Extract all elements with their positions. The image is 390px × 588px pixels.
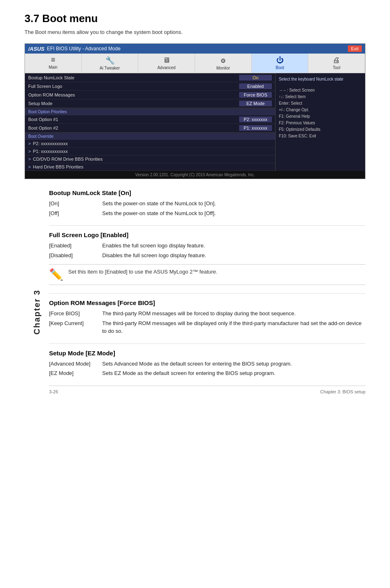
doc-fullscreen-disabled-key: [Disabled] xyxy=(49,251,102,260)
nav-main[interactable]: ≡ Main xyxy=(25,54,82,73)
shortcut-f1: F1: General Help xyxy=(279,113,362,120)
doc-fullscreen-disabled-val: Disables the full screen logo display fe… xyxy=(102,251,365,260)
page-footer: 3-26 Chapter 3: BIOS setup xyxy=(49,386,365,394)
doc-setupmode-ez-key: [EZ Mode] xyxy=(49,369,102,377)
divider-2 xyxy=(49,293,365,294)
nav-ai-tweaker-label: Ai Tweaker xyxy=(100,66,120,70)
shortcut-f2: F2: Previous Values xyxy=(279,120,362,126)
doc-numlock-off: [Off] Sets the power-on state of the Num… xyxy=(49,209,365,218)
doc-numlock-on-val: Sets the power-on state of the NumLock t… xyxy=(102,200,365,208)
divider-1 xyxy=(49,225,365,226)
doc-fullscreen-enabled: [Enabled] Enables the full screen logo d… xyxy=(49,242,365,250)
numlock-label: Bootup NumLock State xyxy=(28,75,239,80)
boot-icon: ⏻ xyxy=(276,56,284,65)
page-title: 3.7 Boot menu xyxy=(25,12,365,25)
doc-optionrom-title: Option ROM Messages [Force BIOS] xyxy=(49,299,365,306)
setting-optionrom[interactable]: Option ROM Messages Force BIOS xyxy=(25,91,275,99)
nav-ai-tweaker[interactable]: 🔧 Ai Tweaker xyxy=(82,54,139,73)
setting-setupmode[interactable]: Setup Mode EZ Mode xyxy=(25,99,275,108)
setting-numlock[interactable]: Bootup NumLock State On xyxy=(25,74,275,82)
page-subtitle: The Boot menu items allow you to change … xyxy=(25,29,365,35)
override-cddvd[interactable]: > CD/DVD ROM Drive BBS Priorities xyxy=(25,155,275,163)
override-harddrive[interactable]: > Hard Drive BBS Priorities xyxy=(25,163,275,171)
bios-titlebar: /ASUS EFI BIOS Utility - Advanced Mode E… xyxy=(25,44,365,54)
monitor-icon: ⚙ xyxy=(221,56,225,65)
doc-fullscreen-enabled-key: [Enabled] xyxy=(49,242,102,250)
doc-optionrom-force: [Force BIOS] The third-party ROM message… xyxy=(49,310,365,318)
bios-help-panel: Select the keyboard NumLock state →←: Se… xyxy=(275,73,365,171)
doc-setupmode-title: Setup Mode [EZ Mode] xyxy=(49,350,365,357)
doc-fullscreen-title: Full Screen Logo [Enabled] xyxy=(49,231,365,238)
override-harddrive-label: Hard Drive BBS Priorities xyxy=(33,164,83,169)
bios-nav: ≡ Main 🔧 Ai Tweaker 🖥 Advanced ⚙ Monitor… xyxy=(25,54,365,73)
nav-boot[interactable]: ⏻ Boot xyxy=(252,54,309,73)
shortcut-select-item: ↑↓: Select Item xyxy=(279,94,362,100)
bios-ui: /ASUS EFI BIOS Utility - Advanced Mode E… xyxy=(25,43,365,179)
nav-advanced-label: Advanced xyxy=(157,65,175,70)
chapter-label: Chapter 3 xyxy=(32,290,42,334)
shortcut-change-opt: +/-: Change Opt. xyxy=(279,107,362,113)
doc-numlock: Bootup NumLock State [On] [On] Sets the … xyxy=(49,189,365,217)
doc-numlock-on-key: [On] xyxy=(49,200,102,208)
tool-icon: 🖨 xyxy=(333,56,340,65)
shortcut-enter: Enter: Select xyxy=(279,100,362,107)
doc-setupmode-advanced-val: Sets Advanced Mode as the default screen… xyxy=(102,360,365,368)
override-p2-arrow: > xyxy=(28,141,31,146)
doc-numlock-off-val: Sets the power-on state of the NumLock t… xyxy=(102,209,365,218)
doc-optionrom: Option ROM Messages [Force BIOS] [Force … xyxy=(49,299,365,335)
override-p1[interactable]: > P1: xxxxxxxxxxxx xyxy=(25,148,275,155)
doc-setupmode-ez-val: Sets EZ Mode as the default screen for e… xyxy=(102,369,365,377)
override-p1-arrow: > xyxy=(28,149,31,154)
doc-numlock-title: Bootup NumLock State [On] xyxy=(49,189,365,196)
shortcut-f10: F10: Save ESC: Exit xyxy=(279,133,362,139)
setting-fullscreen[interactable]: Full Screen Logo Enabled xyxy=(25,82,275,91)
override-p2[interactable]: > P2: xxxxxxxxxxxx xyxy=(25,140,275,148)
boot-option-1-value: P2: xxxxxxx xyxy=(239,117,272,122)
doc-setupmode-ez: [EZ Mode] Sets EZ Mode as the default sc… xyxy=(49,369,365,377)
setupmode-value: EZ Mode xyxy=(239,101,272,106)
doc-numlock-off-key: [Off] xyxy=(49,209,102,218)
nav-monitor[interactable]: ⚙ Monitor xyxy=(195,54,252,73)
override-p1-label: P1: xxxxxxxxxxxx xyxy=(33,149,68,154)
doc-optionrom-keep-val: The third-party ROM messages will be dis… xyxy=(102,319,365,335)
bios-shortcuts: →←: Select Screen ↑↓: Select Item Enter:… xyxy=(279,87,362,139)
asus-logo: /ASUS xyxy=(28,46,45,52)
doc-fullscreen: Full Screen Logo [Enabled] [Enabled] Ena… xyxy=(49,231,365,285)
nav-boot-label: Boot xyxy=(276,65,284,70)
boot-override-header: Boot Override xyxy=(25,133,275,140)
shortcut-f5: F5: Optimized Defaults xyxy=(279,126,362,133)
nav-tool[interactable]: 🖨 Tool xyxy=(308,54,365,73)
shortcut-select-screen: →←: Select Screen xyxy=(279,87,362,94)
boot-option-1-label: Boot Option #1 xyxy=(28,117,239,122)
bios-exit-button[interactable]: Exit xyxy=(348,45,362,52)
doc-optionrom-force-key: [Force BIOS] xyxy=(49,310,102,318)
boot-option-2[interactable]: Boot Option #2 P1: xxxxxxx xyxy=(25,124,275,132)
doc-fullscreen-disabled: [Disabled] Disables the full screen logo… xyxy=(49,251,365,260)
override-harddrive-arrow: > xyxy=(28,164,31,169)
boot-option-1[interactable]: Boot Option #1 P2: xxxxxxx xyxy=(25,115,275,124)
bios-content: Bootup NumLock State On Full Screen Logo… xyxy=(25,73,365,171)
doc-setupmode: Setup Mode [EZ Mode] [Advanced Mode] Set… xyxy=(49,350,365,377)
override-cddvd-label: CD/DVD ROM Drive BBS Priorities xyxy=(33,157,103,162)
chapter-sidebar: Chapter 3 xyxy=(25,189,49,394)
nav-main-label: Main xyxy=(49,65,58,70)
ai-tweaker-icon: 🔧 xyxy=(105,56,114,65)
main-icon: ≡ xyxy=(51,56,55,64)
numlock-value: On xyxy=(239,75,272,81)
override-cddvd-arrow: > xyxy=(28,157,31,162)
doc-fullscreen-enabled-val: Enables the full screen logo display fea… xyxy=(102,242,365,250)
footer-right: Chapter 3: BIOS setup xyxy=(320,389,365,394)
bios-titlebar-left: /ASUS EFI BIOS Utility - Advanced Mode xyxy=(28,46,121,52)
main-content: Chapter 3 Bootup NumLock State [On] [On]… xyxy=(25,189,365,394)
nav-advanced[interactable]: 🖥 Advanced xyxy=(138,54,195,73)
doc-setupmode-advanced-key: [Advanced Mode] xyxy=(49,360,102,368)
divider-3 xyxy=(49,343,365,344)
doc-optionrom-keep: [Keep Current] The third-party ROM messa… xyxy=(49,319,365,335)
bios-footer: Version 2.00.1201. Copyright (C) 2010 Am… xyxy=(25,171,365,179)
bios-settings-panel: Bootup NumLock State On Full Screen Logo… xyxy=(25,73,275,171)
optionrom-label: Option ROM Messages xyxy=(28,92,239,97)
documentation: Bootup NumLock State [On] [On] Sets the … xyxy=(49,189,365,394)
boot-option-2-label: Boot Option #2 xyxy=(28,126,239,130)
boot-override-section: Boot Override > P2: xxxxxxxxxxxx > P1: x… xyxy=(25,132,275,171)
optionrom-value: Force BIOS xyxy=(239,92,272,98)
